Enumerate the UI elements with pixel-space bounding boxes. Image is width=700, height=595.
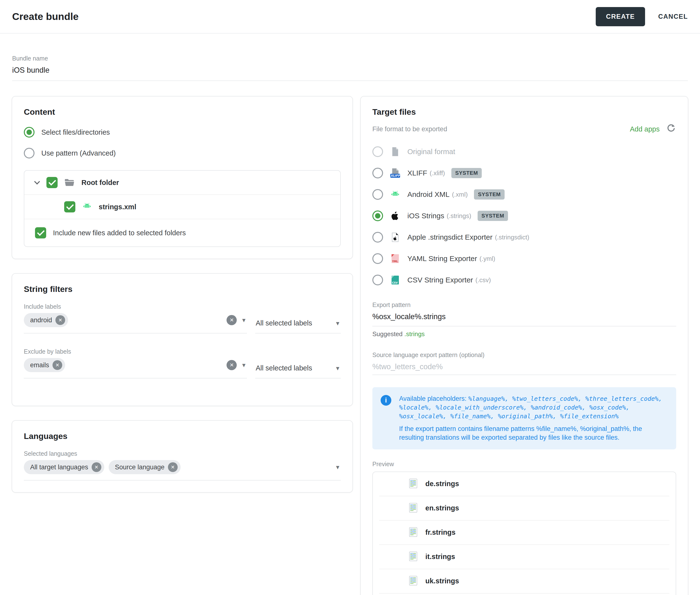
include-mode-value: All selected labels (256, 319, 312, 327)
format-row-ios-strings[interactable]: iOS Strings (.strings) SYSTEM (372, 205, 676, 227)
page-title: Create bundle (12, 11, 79, 22)
format-radio-selected[interactable] (372, 210, 383, 221)
left-column: Content Select files/directories Use pat… (12, 96, 353, 493)
exclude-dropdown-caret-icon[interactable]: ▾ (242, 361, 246, 369)
include-labels-input[interactable]: android ✕ ✕ ▾ (24, 310, 247, 334)
format-header-row: File format to be exported Add apps (372, 123, 676, 135)
include-label-chip[interactable]: android ✕ (24, 313, 68, 327)
bundle-name-field[interactable]: Bundle name iOS bundle (12, 55, 688, 81)
exclude-mode-select[interactable]: All selected labels ▾ (255, 361, 341, 378)
include-labels-label: Include labels (24, 303, 341, 310)
format-name: YAML String Exporter (408, 254, 477, 263)
suggested-value[interactable]: .strings (404, 330, 425, 338)
placeholders-intro: Available placeholders: (399, 395, 468, 402)
include-dropdown-caret-icon[interactable]: ▾ (242, 316, 246, 324)
radio-use-pattern-control[interactable] (24, 148, 34, 159)
yaml-icon: YML (389, 253, 401, 264)
radio-select-files-control[interactable] (24, 127, 34, 138)
languages-title: Languages (24, 431, 341, 441)
create-button[interactable]: CREATE (596, 7, 645, 26)
exclude-label-chip[interactable]: emails ✕ (24, 358, 65, 372)
radio-select-files[interactable]: Select files/directories (24, 127, 341, 138)
chevron-down-icon[interactable] (34, 179, 40, 185)
format-radio[interactable] (372, 168, 383, 178)
export-pattern-input[interactable]: %osx_locale%.strings (372, 312, 676, 321)
format-radio[interactable] (372, 232, 383, 243)
format-row-original[interactable]: Original format (372, 141, 676, 162)
refresh-icon[interactable] (666, 123, 676, 135)
clear-include-icon[interactable]: ✕ (226, 315, 237, 325)
format-radio[interactable] (372, 189, 383, 200)
string-filters-title: String filters (24, 284, 341, 294)
format-ext: (.csv) (475, 276, 491, 284)
source-pattern-input[interactable]: %two_letters_code% (372, 362, 676, 371)
format-row-csv[interactable]: CSV CSV String Exporter (.csv) (372, 269, 676, 291)
tree-row-file[interactable]: strings.xml (24, 195, 340, 219)
root-folder-label: Root folder (81, 179, 119, 187)
add-apps-link[interactable]: Add apps (630, 125, 660, 133)
file-checkbox[interactable] (64, 201, 75, 213)
header-actions: CREATE CANCEL (596, 7, 688, 26)
languages-caret-icon[interactable]: ▾ (336, 463, 339, 471)
language-chip-source[interactable]: Source language ✕ (109, 460, 180, 474)
format-ext: (.yml) (480, 255, 495, 262)
format-row-android-xml[interactable]: Android XML (.xml) SYSTEM (372, 184, 676, 205)
system-badge: SYSTEM (474, 189, 504, 200)
strings-file-icon (408, 502, 419, 514)
format-row-yaml[interactable]: YML YAML String Exporter (.yml) (372, 248, 676, 269)
include-chip-text: android (30, 316, 52, 324)
target-files-card: Target files File format to be exported … (360, 96, 688, 595)
exclude-labels-input[interactable]: emails ✕ ✕ ▾ (24, 355, 247, 378)
add-apps-group: Add apps (630, 123, 676, 135)
system-badge: SYSTEM (451, 168, 482, 178)
file-icon (389, 146, 401, 157)
format-name: iOS Strings (408, 212, 444, 220)
clear-exclude-icon[interactable]: ✕ (226, 360, 237, 370)
info-icon: i (381, 395, 391, 406)
format-radio[interactable] (372, 275, 383, 285)
format-name: CSV String Exporter (408, 276, 473, 284)
cancel-button[interactable]: CANCEL (658, 13, 688, 21)
export-pattern-field[interactable]: Export pattern %osx_locale%.strings (372, 302, 676, 327)
remove-chip-icon[interactable]: ✕ (55, 315, 65, 325)
root-folder-checkbox[interactable] (47, 177, 58, 188)
strings-file-icon (408, 527, 419, 538)
languages-input[interactable]: All target languages ✕ Source language ✕… (24, 457, 341, 481)
language-chip-all-target[interactable]: All target languages ✕ (24, 460, 104, 474)
preview-file-name: de.strings (425, 480, 459, 488)
format-row-stringsdict[interactable]: Apple .stringsdict Exporter (.stringsdic… (372, 227, 676, 248)
preview-label: Preview (372, 461, 676, 468)
format-radio[interactable] (372, 146, 383, 157)
format-list: Original format XLIFF XLIFF (.xliff) (372, 141, 676, 291)
include-labels-line: android ✕ ✕ ▾ All selected labels ▾ (24, 310, 341, 334)
file-format-label: File format to be exported (372, 125, 447, 133)
remove-chip-icon[interactable]: ✕ (92, 462, 101, 472)
format-row-xliff[interactable]: XLIFF XLIFF (.xliff) SYSTEM (372, 162, 676, 184)
content-title: Content (24, 107, 341, 117)
include-mode-select[interactable]: All selected labels ▾ (255, 316, 341, 334)
include-new-files-checkbox[interactable] (35, 227, 46, 238)
csv-icon: CSV (389, 275, 401, 285)
include-new-files-row[interactable]: Include new files added to selected fold… (24, 219, 340, 247)
android-file-icon (82, 201, 92, 212)
folder-icon (64, 177, 75, 188)
file-tree: Root folder (24, 170, 341, 247)
suggested-row: Suggested .strings (372, 330, 676, 338)
remove-chip-icon[interactable]: ✕ (168, 462, 178, 472)
radio-use-pattern[interactable]: Use pattern (Advanced) (24, 148, 341, 159)
strings-file-icon (408, 551, 419, 563)
remove-chip-icon[interactable]: ✕ (53, 360, 62, 370)
format-radio[interactable] (372, 253, 383, 264)
source-pattern-field[interactable]: %two_letters_code% (372, 362, 676, 375)
svg-text:CSV: CSV (392, 281, 398, 284)
tree-row-root[interactable]: Root folder (24, 171, 340, 195)
preview-box: de.strings (372, 472, 676, 595)
placeholders-info-box: i Available placeholders: %language%, %t… (372, 387, 676, 449)
exclude-labels-line: emails ✕ ✕ ▾ All selected labels ▾ (24, 355, 341, 378)
page: { "header": { "title": "Create bundle", … (0, 0, 700, 595)
preview-row: it.strings (379, 545, 669, 569)
format-ext: (.strings) (447, 212, 471, 220)
bundle-name-input[interactable]: iOS bundle (12, 66, 688, 75)
format-name: Apple .stringsdict Exporter (408, 233, 493, 242)
export-pattern-label: Export pattern (372, 302, 676, 308)
